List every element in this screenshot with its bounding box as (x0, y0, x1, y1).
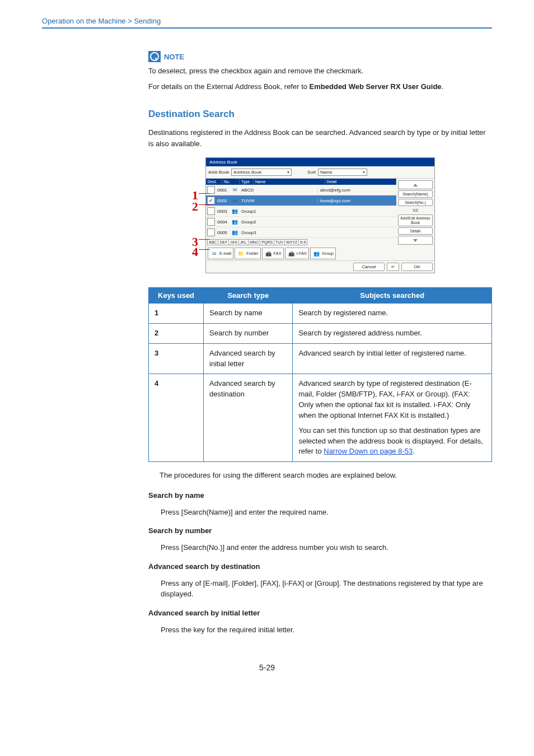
table-row[interactable]: 0004👥Group2 (206, 217, 396, 227)
addr-book-select[interactable]: Address Book ▾ (231, 169, 292, 176)
table-row: 1 Search by name Search by registered na… (149, 304, 492, 324)
note-line2-guide: Embedded Web Server RX User Guide (310, 82, 442, 91)
col-detail: Detail (325, 179, 397, 185)
table-row: 4 Advanced search by destination Advance… (149, 374, 492, 462)
row-no: 0003 (216, 209, 231, 214)
ssubj-2: Search by registered address number. (293, 323, 492, 343)
mail-icon: ✉ (210, 250, 218, 257)
row-checkbox[interactable] (207, 207, 215, 215)
col-search-type: Search type (204, 288, 293, 304)
stype-4: Advanced search by destination (204, 374, 293, 462)
row-checkbox[interactable]: ✔ (207, 197, 215, 204)
group-icon: 👥 (231, 208, 238, 215)
col-no: No. (222, 179, 240, 185)
chevron-down-icon: ▾ (287, 170, 289, 175)
filter-ifax[interactable]: 📠i-FAX (285, 248, 309, 259)
filter-fax[interactable]: 📠FAX (262, 248, 284, 259)
col-type: Type (240, 179, 254, 185)
sort-select[interactable]: Name ▾ (318, 169, 367, 176)
search-no-button[interactable]: Search(No.) (398, 199, 433, 206)
table-row[interactable]: 0001✉ABCDabcd@efg.com (206, 185, 396, 195)
note-icon (148, 51, 161, 62)
callout-4: 4 (192, 245, 198, 255)
letter-key[interactable]: WXYZ (284, 239, 299, 245)
row-detail: abcd@efg.com (317, 188, 396, 193)
section-title: Destination Search (148, 109, 492, 120)
page-number: 5-29 (42, 663, 492, 672)
chevron-up-icon (413, 184, 418, 186)
col-dest: Dest. (206, 179, 222, 185)
sort-value: Name (320, 170, 332, 175)
s2-title: Search by number (148, 526, 492, 535)
address-book-panel: Address Book Addr Book Address Book ▾ So… (205, 157, 435, 273)
mail-icon: ✉ (231, 197, 238, 204)
row-checkbox[interactable] (207, 186, 215, 194)
callout-line-1 (199, 193, 210, 194)
row-no: 0001 (216, 188, 231, 193)
table-row[interactable]: 0005👥Group3 (206, 227, 396, 238)
page-indicator: 1/2 (398, 208, 433, 212)
s3-title: Advanced search by destination (148, 562, 492, 571)
callout-2: 2 (192, 199, 198, 209)
ssubj-4b-post: . (413, 447, 415, 455)
chevron-down-icon (413, 239, 418, 242)
filter-ifax-label: i-FAX (297, 251, 307, 256)
ssubj-3: Advanced search by initial letter of reg… (293, 343, 492, 374)
letter-key[interactable]: 0-9 (298, 239, 307, 245)
col-subjects: Subjects searched (293, 288, 492, 304)
s2-body: Press [Search(No.)] and enter the addres… (161, 542, 492, 553)
letter-key[interactable]: GHI (228, 239, 238, 245)
filter-folder[interactable]: 📁Folder (235, 248, 260, 259)
letter-key[interactable]: TUV (274, 239, 285, 245)
note-label: NOTE (164, 53, 184, 61)
key-2: 2 (149, 323, 204, 343)
scroll-up[interactable] (398, 180, 433, 189)
table-row: 3 Advanced search by initial letter Adva… (149, 343, 492, 374)
addr-book-value: Address Book (233, 170, 261, 175)
stype-2: Search by number (204, 323, 293, 343)
row-name: Group3 (239, 230, 317, 235)
letter-key[interactable]: PQRS (260, 239, 274, 245)
key-3: 3 (149, 343, 204, 374)
row-no: 0005 (216, 230, 231, 235)
header-rule (42, 27, 492, 29)
row-name: Group2 (239, 220, 317, 225)
note-line2c: . (442, 82, 444, 91)
letter-key[interactable]: ABC (207, 239, 218, 245)
add-edit-button[interactable]: Add/Edit Address Book (398, 214, 433, 226)
letter-filter-bar: ABCDEFGHIJKLMNOPQRSTUVWXYZ0-9 (206, 238, 396, 246)
col-keys-used: Keys used (149, 288, 204, 304)
s4-body: Press the key for the required initial l… (161, 624, 492, 636)
ssubj-4a: Advanced search by type of registered de… (298, 379, 486, 421)
fax-icon: 📠 (265, 250, 272, 257)
letter-key[interactable]: MNO (248, 239, 260, 245)
enter-button[interactable]: ↵ (387, 263, 399, 271)
note-line2a: For details on the External Address Book… (148, 82, 310, 91)
group-icon: 👥 (313, 250, 320, 257)
table-row[interactable]: ✔0002✉TUVWtuvw@xyz.com (206, 195, 396, 206)
row-checkbox[interactable] (207, 218, 215, 226)
panel-title: Address Book (206, 158, 434, 166)
detail-button[interactable]: Detail (398, 227, 433, 235)
row-name: TUVW (239, 198, 317, 203)
col-name: Name (254, 179, 325, 185)
key-1: 1 (149, 304, 204, 324)
scroll-down[interactable] (398, 236, 433, 245)
filter-group[interactable]: 👥Group (310, 248, 336, 259)
letter-key[interactable]: DEF (218, 239, 229, 245)
ok-button[interactable]: OK (401, 263, 433, 271)
cancel-button[interactable]: Cancel (353, 263, 385, 271)
search-name-button[interactable]: Search(Name) (398, 190, 433, 198)
callout-line-3 (199, 239, 210, 240)
filter-fax-label: FAX (274, 251, 282, 256)
callout-line-4 (199, 249, 210, 250)
folder-icon: 📁 (237, 250, 245, 257)
stype-3: Advanced search by initial letter (204, 343, 293, 374)
letter-key[interactable]: JKL (238, 239, 249, 245)
row-checkbox[interactable] (207, 228, 215, 236)
filter-email[interactable]: ✉E-mail (208, 248, 233, 259)
narrow-down-link[interactable]: Narrow Down on page 8-53 (324, 447, 413, 455)
filter-email-label: E-mail (219, 251, 231, 256)
table-header: Dest. No. Type Name Detail (206, 179, 396, 185)
table-row[interactable]: 0003👥Group1 (206, 206, 396, 217)
